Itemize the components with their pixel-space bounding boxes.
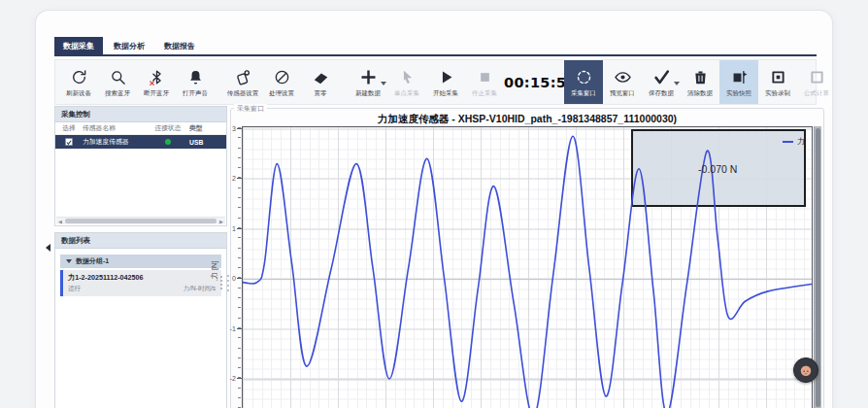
eye-icon xyxy=(614,68,632,86)
tab-1[interactable]: 数据分析 xyxy=(105,37,153,54)
new-data-button[interactable]: 新建数据 xyxy=(349,60,387,104)
data-item-axes: 力/N-时间/s xyxy=(184,285,216,293)
zero-adjust-label: 置零 xyxy=(315,89,327,96)
scroll-left-icon[interactable]: ◀ xyxy=(56,218,64,225)
y-tick-label: 3 xyxy=(220,124,236,131)
stop-collect-label: 停止采集 xyxy=(472,89,497,96)
process-settings-button[interactable]: 处理设置 xyxy=(262,60,301,104)
y-tick-label: 0 xyxy=(220,275,236,282)
save-data-button[interactable]: 保存数据 xyxy=(642,60,681,104)
process-settings-label: 处理设置 xyxy=(269,89,294,96)
sensor-settings-label: 传感器设置 xyxy=(227,89,259,96)
single-point-collect-label: 单点采集 xyxy=(394,89,419,96)
collect-control-panel: 采集控制 选择传感器名称连接状态类型 力加速度传感器USB ◀ ▶ xyxy=(54,106,227,226)
y-tick-label: -2 xyxy=(220,375,236,382)
sensor-table-header: 选择传感器名称连接状态类型 xyxy=(55,122,226,135)
single-point-collect-button[interactable]: 单点采集 xyxy=(387,60,426,104)
sensor-type: USB xyxy=(189,139,220,146)
stop-collect-button[interactable]: 停止采集 xyxy=(465,60,504,104)
formula-calc-label: 公式计算 xyxy=(804,89,829,96)
bluetooth-off-icon xyxy=(148,68,166,86)
y-tick-label: 1 xyxy=(220,224,236,231)
search-bluetooth-button[interactable]: 搜索蓝牙 xyxy=(98,60,137,104)
disconnect-bluetooth-label: 断开蓝牙 xyxy=(144,89,169,96)
data-list-item[interactable]: 力1-2-20251112-042506运行力/N-时间/s⋮ xyxy=(60,270,221,296)
column-header-0: 选择 xyxy=(55,123,83,133)
sidebar-collapse-icon[interactable] xyxy=(46,244,50,252)
data-group-row[interactable]: 数据分组-1 xyxy=(60,255,221,268)
y-axis-label: 力 [N] xyxy=(210,255,219,285)
sensor-icon xyxy=(234,68,252,86)
clear-data-label: 清除数据 xyxy=(687,89,713,96)
zero-adjust-button[interactable]: 置零 xyxy=(301,60,340,104)
data-group-label: 数据分组-1 xyxy=(76,256,109,266)
refresh-icon xyxy=(70,68,88,86)
pointer-icon xyxy=(398,68,417,86)
main-tabbar: 数据采集数据分析数据报告 xyxy=(54,37,204,54)
chart-legend: 力 xyxy=(783,136,805,147)
collection-timer: 00:15:54 xyxy=(504,75,564,90)
collect-window-button[interactable]: 采集窗口 xyxy=(564,60,603,104)
check-icon xyxy=(652,68,671,86)
assistant-avatar-button[interactable] xyxy=(793,357,818,383)
measurement-annotation: -0.070 N xyxy=(698,163,737,175)
start-collect-label: 开始采集 xyxy=(433,89,458,96)
tabbar-underline xyxy=(54,54,817,56)
horizontal-scrollbar[interactable]: ◀ ▶ xyxy=(56,217,225,224)
legend-label: 力 xyxy=(797,136,805,147)
collect-window-label: 采集窗口 xyxy=(571,89,596,96)
chart-plot-area[interactable]: 力 -0.070 N xyxy=(242,126,813,408)
status-dot-icon xyxy=(165,139,171,145)
exp-snapshot-label: 实验快照 xyxy=(726,89,751,96)
exp-record-button[interactable]: 实验录制 xyxy=(758,60,797,104)
scrollbar-thumb[interactable] xyxy=(65,219,217,223)
trash-icon xyxy=(691,68,710,86)
formula-calc-button[interactable]: 公式计算 xyxy=(797,60,836,104)
record-icon xyxy=(769,68,787,86)
exp-record-label: 实验录制 xyxy=(765,89,790,96)
preview-window-label: 预览窗口 xyxy=(610,89,635,96)
data-list-panel: 数据列表 数据分组-1 力1-2-20251112-042506运行力/N-时间… xyxy=(54,232,227,408)
disconnect-bluetooth-button[interactable]: 断开蓝牙 xyxy=(137,60,176,104)
start-collect-button[interactable]: 开始采集 xyxy=(426,60,465,104)
sensor-row[interactable]: 力加速度传感器USB xyxy=(55,135,226,149)
dropdown-caret-icon[interactable] xyxy=(381,82,386,85)
legend-swatch xyxy=(783,141,793,143)
exp-snapshot-button[interactable]: 实验快照 xyxy=(719,60,758,104)
column-header-1: 传感器名称 xyxy=(83,123,147,133)
snapshot-icon xyxy=(730,68,749,86)
y-tick-label: 2 xyxy=(220,175,236,182)
wedge-icon xyxy=(312,68,330,86)
bell-icon xyxy=(186,68,205,86)
data-item-title: 力1-2-20251112-042506 xyxy=(68,273,216,283)
sound-toggle-button[interactable]: 打开声音 xyxy=(176,60,215,104)
search-bluetooth-label: 搜索蓝牙 xyxy=(105,89,130,96)
tab-2[interactable]: 数据报告 xyxy=(155,37,204,54)
sensor-name: 力加速度传感器 xyxy=(83,137,147,147)
preview-window-button[interactable]: 预览窗口 xyxy=(603,60,642,104)
data-list-title: 数据列表 xyxy=(55,233,226,249)
save-data-label: 保存数据 xyxy=(649,89,674,96)
search-icon xyxy=(109,68,127,86)
formula-icon xyxy=(808,68,826,86)
refresh-device-button[interactable]: 刷新设备 xyxy=(59,60,98,104)
new-data-label: 新建数据 xyxy=(355,89,381,96)
data-item-status: 运行 xyxy=(68,285,81,293)
y-axis-minor-ticks xyxy=(238,127,241,408)
sensor-settings-button[interactable]: 传感器设置 xyxy=(223,60,262,104)
tab-0[interactable]: 数据采集 xyxy=(54,37,103,54)
plus-icon xyxy=(358,68,379,86)
dropdown-caret-icon[interactable] xyxy=(674,82,680,85)
checkbox-checked-icon[interactable] xyxy=(65,138,73,146)
clear-data-button[interactable]: 清除数据 xyxy=(681,60,719,104)
column-header-2: 连接状态 xyxy=(147,123,189,133)
refresh-device-label: 刷新设备 xyxy=(66,89,91,96)
sound-toggle-label: 打开声音 xyxy=(183,89,208,96)
main-toolbar: 刷新设备搜索蓝牙断开蓝牙打开声音传感器设置处理设置置零新建数据单点采集开始采集停… xyxy=(54,59,817,105)
screen: 数据采集数据分析数据报告 刷新设备搜索蓝牙断开蓝牙打开声音传感器设置处理设置置零… xyxy=(0,0,868,408)
y-tick-label: -1 xyxy=(220,324,236,331)
collect-control-title: 采集控制 xyxy=(55,107,226,122)
app-window: 数据采集数据分析数据报告 刷新设备搜索蓝牙断开蓝牙打开声音传感器设置处理设置置零… xyxy=(35,10,833,408)
column-header-3: 类型 xyxy=(189,123,220,133)
slash-circle-icon xyxy=(273,68,291,86)
